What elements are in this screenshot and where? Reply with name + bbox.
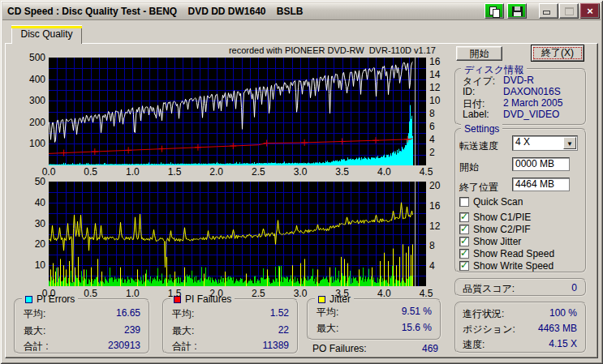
axis-tick-label: 1.5 (163, 288, 186, 299)
stat-value: 15.6 % (402, 322, 432, 333)
axis-tick-label: 2.0 (205, 288, 228, 299)
speed-readout-value: 4.15 X (549, 338, 577, 349)
axis-tick-label: 0.0 (37, 288, 60, 299)
jitter-stats-group: Jitter 平均:9.51 % 最大:15.6 % (307, 298, 441, 340)
floppy-icon (512, 6, 523, 16)
start-button[interactable]: 開始 (456, 46, 502, 61)
axis-tick-label: 12 (429, 82, 447, 93)
stat-label: 最大: (317, 322, 338, 336)
stat-label: 平均: (172, 307, 194, 321)
checkbox-label: Show Write Speed (473, 260, 553, 272)
speed-readout-label: 速度: (463, 338, 485, 352)
quality-score-label: 品質スコア: (463, 282, 515, 296)
axis-tick-label: 4.5 (415, 288, 437, 299)
save-icon[interactable] (507, 3, 527, 19)
axis-tick-label: 10 (18, 259, 45, 271)
stat-label: 合計 : (24, 340, 49, 353)
stat-label: 平均: (24, 307, 45, 321)
axis-tick-label: 20 (18, 238, 45, 250)
axis-tick-label: 8 (429, 240, 447, 251)
axis-tick-label: 300 (18, 95, 45, 106)
axis-tick-label: 2.5 (247, 166, 269, 178)
axis-tick-label: 40 (18, 197, 45, 208)
checkbox-box[interactable] (459, 249, 469, 259)
position-value: 4463 MB (538, 323, 577, 334)
maximize-icon (565, 7, 574, 15)
checkbox-label: Quick Scan (473, 196, 523, 208)
stat-value: 239 (124, 324, 140, 336)
pi-failures-stats-group: PI Failures 平均:1.52 最大:22 合計 :11389 (162, 298, 299, 354)
stat-value: 1.52 (270, 307, 289, 319)
exit-button[interactable]: 終了(X) (531, 45, 584, 62)
end-position-input[interactable]: 4464 MB (512, 178, 570, 191)
axis-tick-label: 12 (429, 221, 447, 232)
pi-errors-swatch (25, 296, 32, 303)
po-failures-label: PO Failures: (312, 343, 367, 354)
axis-tick-label: 3.0 (289, 288, 312, 299)
checkbox-label: Show C2/PIF (473, 224, 531, 235)
speed-value: 4 X (515, 136, 530, 148)
axis-tick-label: 8 (429, 108, 447, 119)
stat-label: 最大: (172, 324, 194, 338)
axis-tick-label: 4.0 (373, 166, 395, 178)
axis-tick-label: 1.0 (121, 166, 144, 178)
progress-label: 進行状況: (463, 307, 504, 321)
window-title: CD Speed : Disc Quality Test - BENQ DVD … (7, 2, 304, 20)
axis-tick-label: 2.5 (247, 288, 269, 299)
axis-tick-label: 4.0 (373, 288, 395, 299)
axis-tick-label: 0.5 (80, 288, 102, 299)
axis-tick-label: 2 (429, 147, 447, 158)
checkbox-box[interactable] (459, 225, 469, 234)
axis-tick-label: 10 (429, 95, 447, 106)
tab-disc-quality[interactable]: Disc Quality (11, 25, 82, 44)
checkbox-box[interactable] (459, 237, 469, 246)
jitter-swatch (318, 296, 325, 303)
checkbox-label: Show Jitter (473, 236, 521, 247)
position-label: ポジション: (463, 323, 515, 336)
application-window: CD Speed : Disc Quality Test - BENQ DVD … (0, 0, 603, 364)
stat-value: 9.51 % (402, 306, 432, 317)
settings-title: Settings (461, 123, 502, 135)
pi-errors-speed-chart (49, 58, 426, 165)
axis-tick-label: 100 (18, 138, 45, 149)
disc-label-value: DVD_VIDEO (503, 109, 559, 120)
pi-errors-stats-group: PI Errors 平均:16.65 最大:239 合計 :230913 (14, 298, 150, 354)
disc-label-label: Label: (463, 109, 489, 120)
axis-tick-label: 20 (429, 180, 447, 191)
axis-tick-label: 1.0 (121, 288, 144, 299)
minimize-icon (543, 11, 550, 15)
axis-tick-label: 3.5 (331, 166, 354, 178)
checkbox-label: Show C1/PIE (473, 212, 531, 223)
checkbox-box[interactable] (459, 261, 469, 271)
axis-tick-label: 500 (18, 52, 45, 63)
axis-tick-label: 3.5 (331, 288, 354, 299)
speed-combobox[interactable]: 4 X ▼ (512, 135, 578, 151)
maximize-button[interactable] (559, 3, 579, 19)
end-position-label: 終了位置 (459, 181, 498, 195)
quality-score-group: 品質スコア:0 (454, 278, 587, 297)
checkbox-box[interactable] (459, 212, 469, 222)
close-button[interactable]: × (580, 3, 600, 19)
progress-group: 進行状況:100 % ポジション:4463 MB 速度:4.15 X (454, 302, 587, 353)
checkbox-label: Show Read Speed (473, 248, 554, 259)
axis-tick-label: 1.5 (163, 166, 186, 178)
axis-tick-label: 0.5 (80, 166, 102, 178)
progress-value: 100 % (549, 307, 577, 319)
start-position-label: 開始 (459, 161, 479, 174)
speed-label: 転送速度 (459, 139, 498, 153)
minimize-button[interactable] (539, 3, 558, 19)
stat-label: 平均: (317, 306, 338, 319)
start-position-input[interactable]: 0000 MB (512, 157, 570, 171)
copy-icon[interactable] (485, 3, 504, 19)
axis-tick-label: 4.5 (415, 166, 437, 178)
disc-type-value: DVD-R (503, 75, 534, 86)
checkbox-box[interactable] (459, 197, 469, 207)
quality-score-value: 0 (571, 282, 577, 293)
disc-id-label: ID: (463, 86, 475, 97)
recorded-with-label: recorded with PIONEER DVD-RW DVR-110D v1… (203, 45, 436, 55)
axis-tick-label: 3.0 (289, 166, 312, 178)
axis-tick-label: 4 (429, 134, 447, 145)
chevron-down-icon[interactable]: ▼ (563, 137, 576, 149)
disc-id-value: DAXON016S (503, 86, 561, 97)
stat-value: 11389 (263, 340, 289, 351)
